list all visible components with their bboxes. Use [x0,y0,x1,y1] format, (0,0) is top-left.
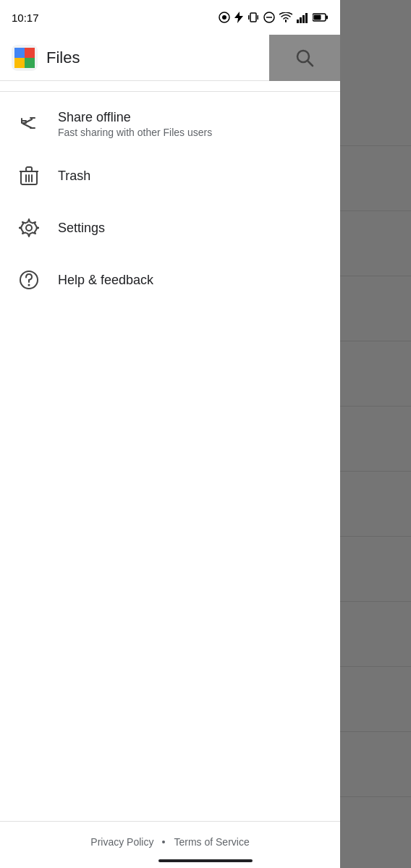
right-panel-row [340,211,411,276]
right-panel-row [340,146,411,211]
right-panel-row [340,602,411,667]
search-icon [295,48,315,68]
svg-rect-5 [258,15,259,20]
svg-point-29 [28,284,30,286]
right-panel-row [340,732,411,797]
svg-rect-13 [326,16,329,20]
home-indicator [158,859,253,862]
menu-item-help[interactable]: Help & feedback [0,254,340,306]
settings-icon [17,216,41,239]
share-offline-icon [17,112,41,135]
right-panel-row [340,276,411,341]
svg-rect-4 [248,15,250,20]
right-panel-rows [340,81,411,797]
circle-status-icon [219,12,230,23]
menu-item-share-offline[interactable]: Share offline Fast sharing with other Fi… [0,98,340,150]
right-panel-row [340,667,411,732]
svg-rect-14 [314,15,321,20]
share-offline-subtitle: Fast sharing with other Files users [58,127,212,138]
status-icons [219,12,329,23]
status-time: 10:17 [12,12,39,24]
svg-point-1 [222,15,226,20]
svg-rect-3 [250,13,256,22]
battery-status-icon [313,13,329,22]
footer-separator [162,841,165,843]
svg-rect-8 [297,20,299,23]
settings-content: Settings [58,221,105,236]
trash-icon [17,164,41,187]
svg-rect-9 [300,17,302,23]
right-panel-row [340,341,411,407]
help-icon [17,268,41,292]
menu-list: Share offline Fast sharing with other Fi… [0,92,340,821]
svg-rect-10 [302,15,305,23]
svg-line-17 [308,61,313,66]
settings-title: Settings [58,221,105,236]
help-content: Help & feedback [58,273,153,288]
trash-title: Trash [58,169,90,184]
svg-marker-2 [234,12,243,23]
share-offline-content: Share offline Fast sharing with other Fi… [58,110,212,138]
menu-item-trash[interactable]: Trash [0,150,340,202]
right-panel-row [340,537,411,602]
trash-content: Trash [58,169,90,184]
help-title: Help & feedback [58,273,153,288]
right-panel-row [340,472,411,537]
menu-item-settings[interactable]: Settings [0,202,340,254]
right-panel-row [340,407,411,472]
drawer: 10:17 [0,0,340,868]
terms-of-service-link[interactable]: Terms of Service [174,836,249,848]
bolt-status-icon [234,12,243,23]
vibrate-status-icon [247,12,259,23]
svg-rect-23 [26,167,32,171]
privacy-policy-link[interactable]: Privacy Policy [90,836,153,848]
signal-status-icon [297,12,308,23]
svg-rect-11 [305,13,308,23]
minus-circle-status-icon [263,12,275,23]
right-panel-row [340,81,411,146]
app-logo [12,45,38,71]
right-overlay [340,0,411,868]
status-bar: 10:17 [0,0,340,35]
search-button[interactable] [269,35,340,81]
share-offline-title: Share offline [58,110,212,125]
svg-point-27 [26,225,32,231]
wifi-status-icon [279,12,292,22]
